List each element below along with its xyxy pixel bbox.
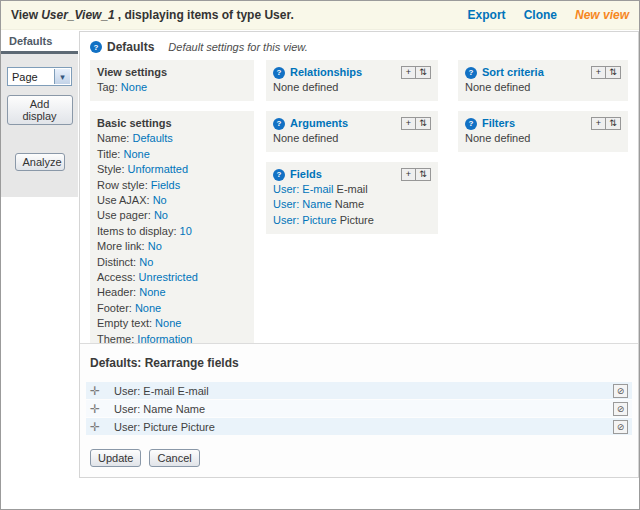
sort-criteria-box: ? Sort criteria + ⇅ None defined <box>458 60 628 101</box>
export-link[interactable]: Export <box>468 8 506 22</box>
setting-row: Use AJAX: No <box>97 193 247 208</box>
setting-value-link[interactable]: Defaults <box>132 132 172 144</box>
setting-value-link[interactable]: No <box>154 209 168 221</box>
setting-value-link[interactable]: Fields <box>151 179 180 191</box>
setting-row: Access: Unrestricted <box>97 270 247 285</box>
remove-icon[interactable]: ⊘ <box>613 384 628 398</box>
setting-value-link[interactable]: 10 <box>180 225 192 237</box>
setting-value-link[interactable]: No <box>153 194 167 206</box>
view-title: ViewUser_View_1, displaying items of typ… <box>11 8 294 22</box>
rearrange-icon[interactable]: ⇅ <box>416 66 431 79</box>
setting-value-link[interactable]: Unrestricted <box>139 271 198 283</box>
add-icon[interactable]: + <box>591 66 606 79</box>
display-heading: Defaults <box>107 40 154 54</box>
sort-criteria-title-link[interactable]: Sort criteria <box>482 65 544 80</box>
arguments-buttons: + ⇅ <box>401 117 431 130</box>
filters-header: ? Filters + ⇅ <box>465 116 621 131</box>
rearrange-row: ✛ User: Name Name ⊘ <box>86 400 632 417</box>
help-icon[interactable]: ? <box>465 67 477 79</box>
clone-link[interactable]: Clone <box>524 8 557 22</box>
relationships-box: ? Relationships + ⇅ None defined <box>266 60 438 101</box>
filters-title-link[interactable]: Filters <box>482 116 515 131</box>
basic-settings-box: Basic settings Name: Defaults Title: Non… <box>90 111 254 353</box>
help-icon[interactable]: ? <box>273 118 285 130</box>
setting-label: Footer: <box>97 302 132 314</box>
sort-criteria-empty-text: None defined <box>465 80 621 95</box>
setting-label: Style: <box>97 163 125 175</box>
rearrange-icon[interactable]: ⇅ <box>416 168 431 181</box>
rearrange-row-label: User: E-mail E-mail <box>114 385 209 397</box>
field-suffix: E-mail <box>337 183 368 195</box>
arguments-empty-text: None defined <box>273 131 431 146</box>
views-ui-page: ViewUser_View_1, displaying items of typ… <box>0 0 640 510</box>
fields-box: ? Fields + ⇅ User: E-mail E-mail User: N… <box>266 162 438 234</box>
setting-value-link[interactable]: No <box>148 240 162 252</box>
relationships-header: ? Relationships + ⇅ <box>273 65 431 80</box>
setting-value-link[interactable]: Unformatted <box>128 163 189 175</box>
update-button[interactable]: Update <box>90 449 141 467</box>
display-type-value: Page <box>8 71 38 83</box>
drag-handle-icon[interactable]: ✛ <box>90 384 114 398</box>
setting-label: Items to display: <box>97 225 176 237</box>
settings-column-3: ? Sort criteria + ⇅ None defined ? Filte… <box>458 60 628 162</box>
display-settings-panel: ? Defaults Default settings for this vie… <box>79 31 639 478</box>
add-icon[interactable]: + <box>591 117 606 130</box>
setting-value-link[interactable]: None <box>135 302 161 314</box>
rearrange-fields-form: Defaults: Rearrange fields ✛ User: E-mai… <box>80 343 638 477</box>
arguments-title-link[interactable]: Arguments <box>290 116 348 131</box>
filters-box: ? Filters + ⇅ None defined <box>458 111 628 152</box>
view-name: User_View_1 <box>41 8 115 22</box>
filters-empty-text: None defined <box>465 131 621 146</box>
cancel-button[interactable]: Cancel <box>149 449 199 467</box>
help-icon[interactable]: ? <box>465 118 477 130</box>
setting-label: Header: <box>97 286 136 298</box>
tab-defaults[interactable]: Defaults <box>1 31 78 54</box>
display-type-select[interactable]: Page ▾ <box>7 67 72 86</box>
rearrange-icon[interactable]: ⇅ <box>606 117 621 130</box>
help-icon[interactable]: ? <box>273 67 285 79</box>
setting-label: Tag: <box>97 81 118 93</box>
setting-row: Header: None <box>97 285 247 300</box>
analyze-button[interactable]: Analyze <box>15 153 65 171</box>
display-heading-note: Default settings for this view. <box>168 41 307 53</box>
setting-label: Use AJAX: <box>97 194 150 206</box>
setting-row: Items to display: 10 <box>97 224 247 239</box>
add-icon[interactable]: + <box>401 168 416 181</box>
fields-title-link[interactable]: Fields <box>290 167 322 182</box>
relationships-title-link[interactable]: Relationships <box>290 65 362 80</box>
setting-label: Empty text: <box>97 317 152 329</box>
new-view-link[interactable]: New view <box>575 8 629 22</box>
field-link[interactable]: User: Name <box>273 198 332 210</box>
sort-criteria-header: ? Sort criteria + ⇅ <box>465 65 621 80</box>
help-icon[interactable]: ? <box>90 41 102 53</box>
field-row: User: Name Name <box>273 197 431 212</box>
view-title-bar: ViewUser_View_1, displaying items of typ… <box>1 1 639 30</box>
setting-value-link[interactable]: None <box>124 148 150 160</box>
drag-handle-icon[interactable]: ✛ <box>90 402 114 416</box>
setting-row: More link: No <box>97 239 247 254</box>
field-link[interactable]: User: Picture <box>273 214 337 226</box>
rearrange-row: ✛ User: Picture Picture ⊘ <box>86 418 632 435</box>
rearrange-icon[interactable]: ⇅ <box>416 117 431 130</box>
setting-value-link[interactable]: No <box>139 256 153 268</box>
remove-icon[interactable]: ⊘ <box>613 420 628 434</box>
view-actions: Export Clone New view <box>468 8 629 22</box>
remove-icon[interactable]: ⊘ <box>613 402 628 416</box>
setting-label: Title: <box>97 148 120 160</box>
filters-buttons: + ⇅ <box>591 117 621 130</box>
field-link[interactable]: User: E-mail <box>273 183 334 195</box>
rearrange-title: Defaults: Rearrange fields <box>90 356 628 370</box>
drag-handle-icon[interactable]: ✛ <box>90 420 114 434</box>
help-icon[interactable]: ? <box>273 169 285 181</box>
sort-criteria-buttons: + ⇅ <box>591 66 621 79</box>
setting-value-link[interactable]: None <box>155 317 181 329</box>
add-icon[interactable]: + <box>401 66 416 79</box>
add-icon[interactable]: + <box>401 117 416 130</box>
rearrange-icon[interactable]: ⇅ <box>606 66 621 79</box>
add-display-button[interactable]: Add display <box>7 95 73 125</box>
setting-value-link[interactable]: None <box>121 81 147 93</box>
setting-label: Row style: <box>97 179 148 191</box>
setting-label: Access: <box>97 271 136 283</box>
setting-value-link[interactable]: None <box>139 286 165 298</box>
view-settings-title: View settings <box>97 65 247 80</box>
